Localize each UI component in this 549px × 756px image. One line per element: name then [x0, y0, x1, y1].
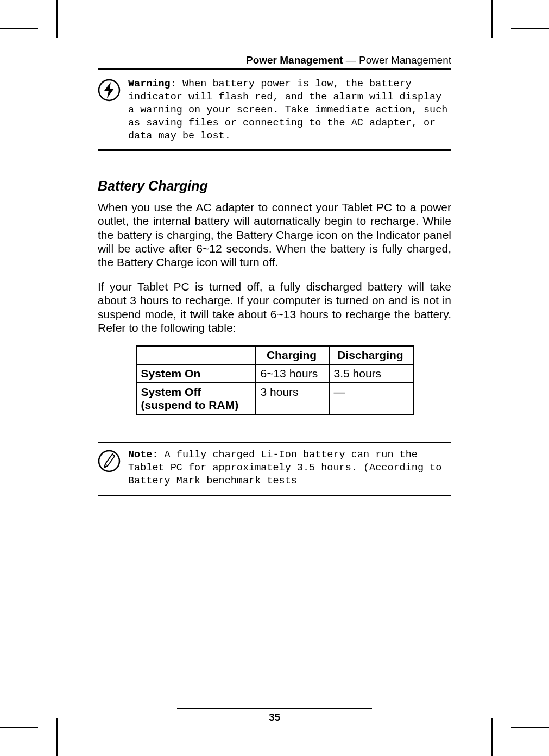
- cell-on-discharging: 3.5 hours: [329, 364, 413, 383]
- paragraph-2: If your Tablet PC is turned off, a fully…: [98, 280, 451, 335]
- paragraph-1: When you use the AC adapter to connect y…: [98, 200, 451, 269]
- table-row: System On 6~13 hours 3.5 hours: [136, 364, 413, 383]
- svg-point-1: [99, 451, 119, 471]
- cell-off-discharging: —: [329, 383, 413, 414]
- col-discharging: Discharging: [329, 346, 413, 364]
- section-title: Battery Charging: [98, 178, 451, 194]
- warning-body: When battery power is low, the battery i…: [128, 78, 447, 142]
- header-rest: Power Management: [359, 54, 451, 66]
- warning-callout: Warning: When battery power is low, the …: [98, 78, 451, 151]
- note-body: A fully charged Li-Ion battery can run t…: [128, 449, 441, 487]
- page-number: 35: [98, 711, 451, 723]
- table-corner: [136, 346, 256, 364]
- page-frame: Power Management — Power Management Warn…: [54, 11, 495, 745]
- charging-table: Charging Discharging System On 6~13 hour…: [136, 345, 414, 415]
- cell-on-charging: 6~13 hours: [256, 364, 329, 383]
- note-callout: Note: A fully charged Li-Ion battery can…: [98, 442, 451, 496]
- pen-icon: [98, 450, 121, 475]
- lightning-icon: [98, 79, 121, 104]
- header-sep: —: [343, 54, 359, 66]
- row-off-line1: System Off: [141, 386, 201, 398]
- note-label: Note:: [128, 449, 159, 461]
- warning-label: Warning:: [128, 78, 176, 90]
- header-bold: Power Management: [246, 54, 343, 66]
- footer-rule: [177, 708, 371, 709]
- content-area: Power Management — Power Management Warn…: [54, 11, 495, 518]
- warning-text: Warning: When battery power is low, the …: [128, 78, 451, 143]
- cell-off-charging: 3 hours: [256, 383, 329, 414]
- note-text: Note: A fully charged Li-Ion battery can…: [128, 449, 451, 488]
- charging-table-wrap: Charging Discharging System On 6~13 hour…: [98, 345, 451, 415]
- table-row: System Off (suspend to RAM) 3 hours —: [136, 383, 413, 414]
- row-system-off: System Off (suspend to RAM): [136, 383, 256, 414]
- row-system-on: System On: [136, 364, 256, 383]
- row-off-line2: (suspend to RAM): [141, 399, 239, 411]
- running-header: Power Management — Power Management: [98, 54, 451, 70]
- page-footer: 35: [98, 708, 451, 723]
- col-charging: Charging: [256, 346, 329, 364]
